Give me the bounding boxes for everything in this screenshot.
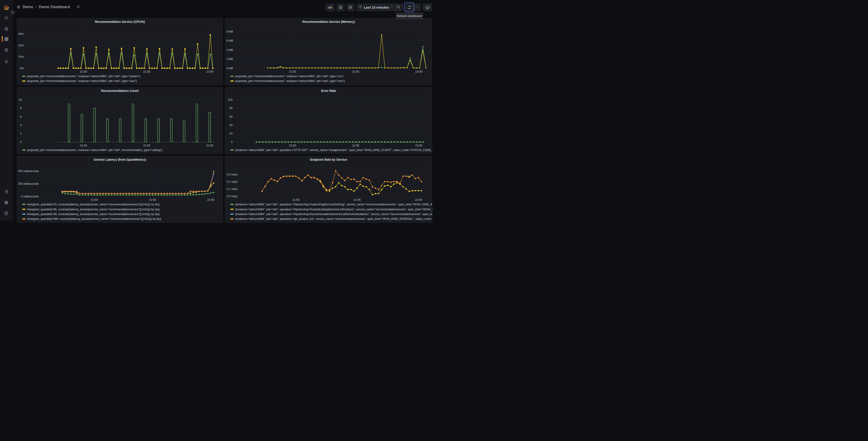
svg-text:{instance="otelcol:9464", job=: {instance="otelcol:9464", job="otel", op…: [235, 203, 432, 206]
svg-text:0.0 req/s: 0.0 req/s: [226, 195, 238, 198]
svg-text:21:50: 21:50: [91, 198, 98, 202]
svg-text:8: 8: [20, 107, 22, 110]
svg-text:21:50: 21:50: [80, 144, 87, 147]
svg-text:22:00: 22:00: [207, 198, 214, 202]
svg-text:21:50: 21:50: [292, 198, 299, 202]
svg-text:60: 60: [229, 115, 232, 118]
svg-text:0.3 req/s: 0.3 req/s: [226, 173, 238, 176]
svg-text:20%: 20%: [18, 44, 24, 47]
svg-text:Service Latency (from SpanMetr: Service Latency (from SpanMetrics): [94, 157, 146, 161]
svg-text:400 milliseconds: 400 milliseconds: [18, 170, 39, 173]
svg-text:{exported_job="recommendations: {exported_job="recommendationservice", i…: [235, 75, 343, 78]
svg-text:21:55: 21:55: [353, 198, 361, 202]
svg-text:Endpoint Rate by Service: Endpoint Rate by Service: [310, 157, 347, 161]
svg-text:4: 4: [20, 124, 22, 127]
svg-text:{exported_job="recommendations: {exported_job="recommendationservice", i…: [27, 75, 140, 78]
svg-text:21:50: 21:50: [289, 70, 296, 74]
svg-text:0: 0: [20, 140, 22, 144]
svg-text:80: 80: [229, 107, 232, 110]
svg-text:Recommendations Count: Recommendations Count: [101, 89, 139, 92]
svg-text:Recommendation Service (CPU%): Recommendation Service (CPU%): [95, 20, 145, 24]
svg-text:Recommendation Service (Memory: Recommendation Service (Memory): [302, 20, 355, 24]
svg-text:21:55: 21:55: [143, 70, 150, 74]
svg-text:22:00: 22:00: [206, 144, 213, 147]
svg-text:0 MB: 0 MB: [226, 67, 233, 70]
svg-text:histogram_quantile(0.99, sum(r: histogram_quantile(0.99, sum(rate(latenc…: [27, 212, 160, 215]
svg-text:21:55: 21:55: [352, 144, 359, 147]
svg-text:8 MB: 8 MB: [226, 30, 233, 33]
svg-text:21:50: 21:50: [289, 144, 296, 147]
svg-text:2: 2: [20, 132, 22, 135]
svg-text:histogram_quantile(0.999, sum(: histogram_quantile(0.999, sum(rate(laten…: [27, 217, 161, 220]
svg-text:22:00: 22:00: [415, 70, 422, 74]
svg-text:{exported_job="recommendations: {exported_job="recommendationservice", i…: [235, 80, 345, 83]
svg-text:10%: 10%: [18, 55, 24, 58]
svg-text:21:50: 21:50: [80, 70, 87, 74]
svg-text:6: 6: [20, 115, 22, 118]
svg-text:Error Rate: Error Rate: [321, 89, 336, 92]
svg-text:21:55: 21:55: [352, 70, 359, 74]
svg-text:22:00: 22:00: [415, 144, 422, 147]
svg-text:100: 100: [228, 98, 232, 101]
svg-text:200 milliseconds: 200 milliseconds: [18, 182, 39, 185]
svg-text:{instance="otelcol:9464", job=: {instance="otelcol:9464", job="otel", op…: [235, 208, 432, 211]
svg-text:4 MB: 4 MB: [226, 49, 233, 52]
svg-text:{instance="otelcol:9464", job=: {instance="otelcol:9464", job="otel", op…: [235, 217, 432, 220]
svg-text:{exported_job="recommendations: {exported_job="recommendationservice", i…: [27, 148, 162, 151]
svg-text:{instance="otelcol:9464", job=: {instance="otelcol:9464", job="otel", op…: [235, 212, 432, 215]
svg-text:21:55: 21:55: [149, 198, 156, 202]
svg-text:2 MB: 2 MB: [226, 58, 233, 61]
svg-text:40: 40: [229, 124, 232, 127]
svg-text:{instance="otelcol:9464", job=: {instance="otelcol:9464", job="otel", op…: [235, 148, 432, 151]
svg-text:{exported_job="recommendations: {exported_job="recommendationservice", i…: [27, 80, 137, 83]
svg-text:0 milliseconds: 0 milliseconds: [21, 195, 39, 198]
svg-text:30%: 30%: [18, 32, 24, 35]
svg-text:0: 0: [231, 140, 232, 144]
svg-text:0%: 0%: [20, 67, 24, 70]
svg-text:21:55: 21:55: [143, 144, 150, 147]
svg-text:0.2 req/s: 0.2 req/s: [226, 180, 238, 183]
svg-text:22:00: 22:00: [415, 198, 422, 202]
svg-text:histogram_quantile(0.95, sum(r: histogram_quantile(0.95, sum(rate(latenc…: [27, 208, 160, 211]
svg-text:6 MB: 6 MB: [226, 39, 233, 42]
svg-text:20: 20: [229, 132, 232, 135]
svg-text:0.1 req/s: 0.1 req/s: [226, 187, 238, 190]
svg-text:10: 10: [19, 98, 22, 101]
svg-text:histogram_quantile(0.50, sum(r: histogram_quantile(0.50, sum(rate(latenc…: [27, 203, 160, 206]
svg-text:22:00: 22:00: [206, 70, 213, 74]
